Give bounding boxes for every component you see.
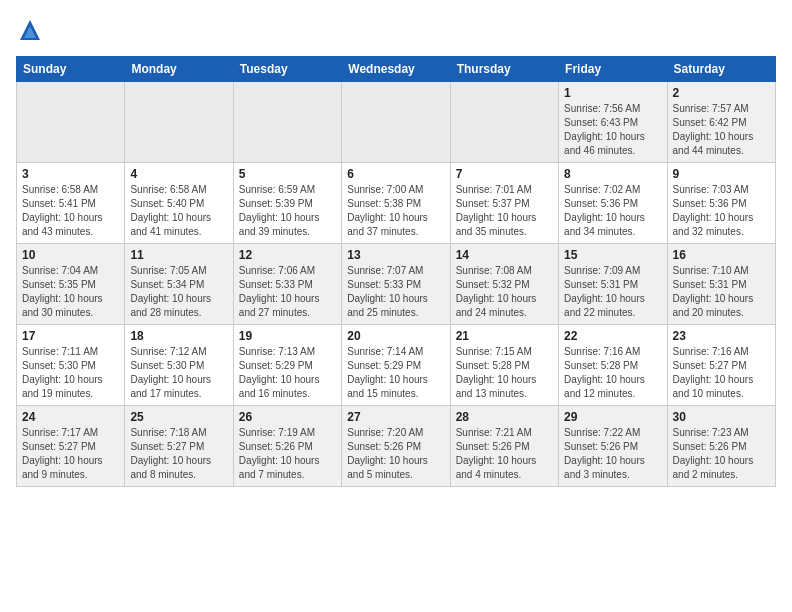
day-info: Sunrise: 6:59 AM Sunset: 5:39 PM Dayligh… <box>239 183 336 239</box>
logo-icon <box>16 16 44 44</box>
day-number: 21 <box>456 329 553 343</box>
calendar-day-cell: 18Sunrise: 7:12 AM Sunset: 5:30 PM Dayli… <box>125 325 233 406</box>
calendar-day-cell <box>17 82 125 163</box>
calendar-day-cell: 22Sunrise: 7:16 AM Sunset: 5:28 PM Dayli… <box>559 325 667 406</box>
day-number: 22 <box>564 329 661 343</box>
day-number: 25 <box>130 410 227 424</box>
logo <box>16 16 48 44</box>
calendar-day-cell: 2Sunrise: 7:57 AM Sunset: 6:42 PM Daylig… <box>667 82 775 163</box>
day-info: Sunrise: 7:08 AM Sunset: 5:32 PM Dayligh… <box>456 264 553 320</box>
calendar-day-cell: 26Sunrise: 7:19 AM Sunset: 5:26 PM Dayli… <box>233 406 341 487</box>
page-header <box>16 16 776 44</box>
day-info: Sunrise: 7:12 AM Sunset: 5:30 PM Dayligh… <box>130 345 227 401</box>
day-info: Sunrise: 7:06 AM Sunset: 5:33 PM Dayligh… <box>239 264 336 320</box>
day-number: 2 <box>673 86 770 100</box>
day-number: 4 <box>130 167 227 181</box>
calendar-day-cell: 14Sunrise: 7:08 AM Sunset: 5:32 PM Dayli… <box>450 244 558 325</box>
day-info: Sunrise: 7:04 AM Sunset: 5:35 PM Dayligh… <box>22 264 119 320</box>
day-info: Sunrise: 7:15 AM Sunset: 5:28 PM Dayligh… <box>456 345 553 401</box>
calendar-day-cell: 6Sunrise: 7:00 AM Sunset: 5:38 PM Daylig… <box>342 163 450 244</box>
calendar-day-cell: 30Sunrise: 7:23 AM Sunset: 5:26 PM Dayli… <box>667 406 775 487</box>
weekday-header: Sunday <box>17 57 125 82</box>
day-info: Sunrise: 7:10 AM Sunset: 5:31 PM Dayligh… <box>673 264 770 320</box>
day-info: Sunrise: 7:02 AM Sunset: 5:36 PM Dayligh… <box>564 183 661 239</box>
day-number: 27 <box>347 410 444 424</box>
day-number: 20 <box>347 329 444 343</box>
day-info: Sunrise: 7:57 AM Sunset: 6:42 PM Dayligh… <box>673 102 770 158</box>
day-info: Sunrise: 7:09 AM Sunset: 5:31 PM Dayligh… <box>564 264 661 320</box>
calendar-week-row: 24Sunrise: 7:17 AM Sunset: 5:27 PM Dayli… <box>17 406 776 487</box>
calendar-day-cell: 13Sunrise: 7:07 AM Sunset: 5:33 PM Dayli… <box>342 244 450 325</box>
calendar-week-row: 1Sunrise: 7:56 AM Sunset: 6:43 PM Daylig… <box>17 82 776 163</box>
calendar-day-cell: 11Sunrise: 7:05 AM Sunset: 5:34 PM Dayli… <box>125 244 233 325</box>
day-info: Sunrise: 7:56 AM Sunset: 6:43 PM Dayligh… <box>564 102 661 158</box>
calendar-day-cell: 1Sunrise: 7:56 AM Sunset: 6:43 PM Daylig… <box>559 82 667 163</box>
calendar-day-cell: 7Sunrise: 7:01 AM Sunset: 5:37 PM Daylig… <box>450 163 558 244</box>
calendar-day-cell: 15Sunrise: 7:09 AM Sunset: 5:31 PM Dayli… <box>559 244 667 325</box>
weekday-header: Monday <box>125 57 233 82</box>
calendar-day-cell: 10Sunrise: 7:04 AM Sunset: 5:35 PM Dayli… <box>17 244 125 325</box>
calendar-day-cell: 20Sunrise: 7:14 AM Sunset: 5:29 PM Dayli… <box>342 325 450 406</box>
day-number: 5 <box>239 167 336 181</box>
calendar-day-cell: 19Sunrise: 7:13 AM Sunset: 5:29 PM Dayli… <box>233 325 341 406</box>
day-info: Sunrise: 7:18 AM Sunset: 5:27 PM Dayligh… <box>130 426 227 482</box>
calendar-day-cell: 25Sunrise: 7:18 AM Sunset: 5:27 PM Dayli… <box>125 406 233 487</box>
day-number: 15 <box>564 248 661 262</box>
day-number: 6 <box>347 167 444 181</box>
day-number: 16 <box>673 248 770 262</box>
calendar-day-cell: 5Sunrise: 6:59 AM Sunset: 5:39 PM Daylig… <box>233 163 341 244</box>
calendar-day-cell: 17Sunrise: 7:11 AM Sunset: 5:30 PM Dayli… <box>17 325 125 406</box>
day-number: 9 <box>673 167 770 181</box>
weekday-header: Wednesday <box>342 57 450 82</box>
calendar-day-cell: 21Sunrise: 7:15 AM Sunset: 5:28 PM Dayli… <box>450 325 558 406</box>
day-number: 19 <box>239 329 336 343</box>
calendar-day-cell <box>233 82 341 163</box>
day-number: 28 <box>456 410 553 424</box>
calendar-day-cell: 12Sunrise: 7:06 AM Sunset: 5:33 PM Dayli… <box>233 244 341 325</box>
calendar: SundayMondayTuesdayWednesdayThursdayFrid… <box>16 56 776 487</box>
day-info: Sunrise: 6:58 AM Sunset: 5:41 PM Dayligh… <box>22 183 119 239</box>
day-number: 23 <box>673 329 770 343</box>
day-number: 14 <box>456 248 553 262</box>
day-info: Sunrise: 7:20 AM Sunset: 5:26 PM Dayligh… <box>347 426 444 482</box>
day-info: Sunrise: 7:19 AM Sunset: 5:26 PM Dayligh… <box>239 426 336 482</box>
day-number: 13 <box>347 248 444 262</box>
weekday-header: Tuesday <box>233 57 341 82</box>
day-info: Sunrise: 7:21 AM Sunset: 5:26 PM Dayligh… <box>456 426 553 482</box>
calendar-day-cell: 28Sunrise: 7:21 AM Sunset: 5:26 PM Dayli… <box>450 406 558 487</box>
day-number: 30 <box>673 410 770 424</box>
calendar-week-row: 10Sunrise: 7:04 AM Sunset: 5:35 PM Dayli… <box>17 244 776 325</box>
calendar-day-cell: 3Sunrise: 6:58 AM Sunset: 5:41 PM Daylig… <box>17 163 125 244</box>
weekday-header: Saturday <box>667 57 775 82</box>
day-info: Sunrise: 7:00 AM Sunset: 5:38 PM Dayligh… <box>347 183 444 239</box>
calendar-day-cell: 23Sunrise: 7:16 AM Sunset: 5:27 PM Dayli… <box>667 325 775 406</box>
calendar-day-cell: 29Sunrise: 7:22 AM Sunset: 5:26 PM Dayli… <box>559 406 667 487</box>
calendar-day-cell: 24Sunrise: 7:17 AM Sunset: 5:27 PM Dayli… <box>17 406 125 487</box>
day-info: Sunrise: 7:17 AM Sunset: 5:27 PM Dayligh… <box>22 426 119 482</box>
day-number: 1 <box>564 86 661 100</box>
day-info: Sunrise: 7:23 AM Sunset: 5:26 PM Dayligh… <box>673 426 770 482</box>
weekday-header: Thursday <box>450 57 558 82</box>
calendar-day-cell: 9Sunrise: 7:03 AM Sunset: 5:36 PM Daylig… <box>667 163 775 244</box>
day-info: Sunrise: 7:01 AM Sunset: 5:37 PM Dayligh… <box>456 183 553 239</box>
calendar-day-cell: 4Sunrise: 6:58 AM Sunset: 5:40 PM Daylig… <box>125 163 233 244</box>
day-info: Sunrise: 7:05 AM Sunset: 5:34 PM Dayligh… <box>130 264 227 320</box>
day-info: Sunrise: 7:16 AM Sunset: 5:28 PM Dayligh… <box>564 345 661 401</box>
day-number: 18 <box>130 329 227 343</box>
day-info: Sunrise: 7:16 AM Sunset: 5:27 PM Dayligh… <box>673 345 770 401</box>
day-number: 11 <box>130 248 227 262</box>
day-number: 24 <box>22 410 119 424</box>
day-number: 3 <box>22 167 119 181</box>
calendar-day-cell <box>450 82 558 163</box>
day-info: Sunrise: 7:22 AM Sunset: 5:26 PM Dayligh… <box>564 426 661 482</box>
day-number: 10 <box>22 248 119 262</box>
weekday-header: Friday <box>559 57 667 82</box>
calendar-week-row: 3Sunrise: 6:58 AM Sunset: 5:41 PM Daylig… <box>17 163 776 244</box>
day-number: 26 <box>239 410 336 424</box>
day-number: 12 <box>239 248 336 262</box>
calendar-day-cell: 27Sunrise: 7:20 AM Sunset: 5:26 PM Dayli… <box>342 406 450 487</box>
day-info: Sunrise: 7:03 AM Sunset: 5:36 PM Dayligh… <box>673 183 770 239</box>
day-info: Sunrise: 7:14 AM Sunset: 5:29 PM Dayligh… <box>347 345 444 401</box>
calendar-day-cell <box>125 82 233 163</box>
calendar-week-row: 17Sunrise: 7:11 AM Sunset: 5:30 PM Dayli… <box>17 325 776 406</box>
